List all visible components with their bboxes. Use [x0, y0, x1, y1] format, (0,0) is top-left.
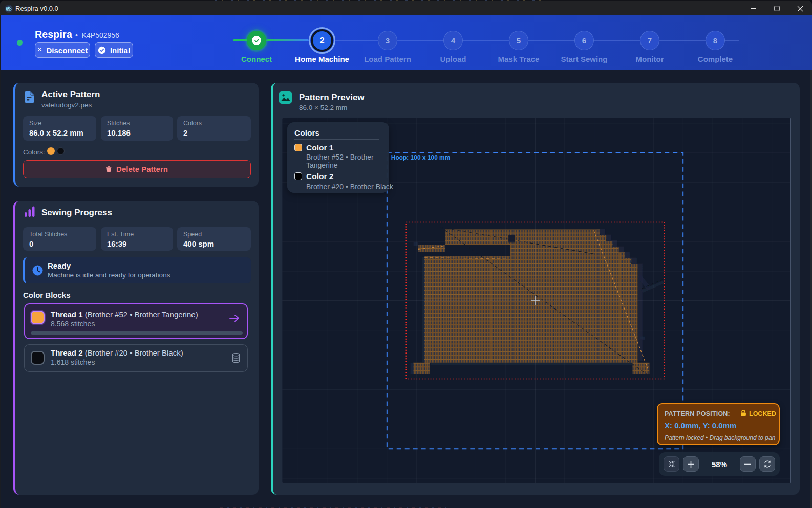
svg-text:Hoop: 100 x 100 mm: Hoop: 100 x 100 mm [391, 154, 451, 161]
